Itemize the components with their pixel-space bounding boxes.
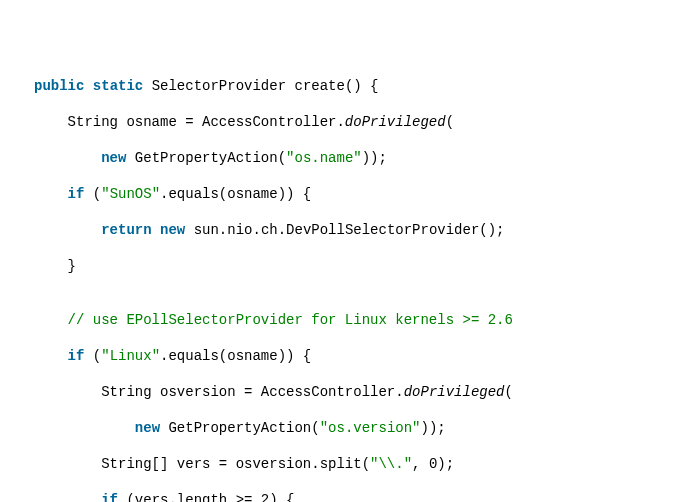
code-text: SelectorProvider create() { (143, 78, 378, 94)
code-text (34, 186, 68, 202)
property: length (177, 492, 227, 502)
code-text: >= 2) { (227, 492, 294, 502)
code-text (34, 312, 68, 328)
keyword: new (160, 222, 185, 238)
code-line: new GetPropertyAction("os.version")); (34, 419, 675, 437)
code-text (34, 492, 101, 502)
code-text: GetPropertyAction( (160, 420, 320, 436)
code-text: )); (362, 150, 387, 166)
code-text: sun.nio.ch.DevPollSelectorProvider(); (185, 222, 504, 238)
code-text: .equals(osname)) { (160, 186, 311, 202)
code-line: if ("SunOS".equals(osname)) { (34, 185, 675, 203)
keyword: new (101, 150, 126, 166)
comment: // use EPollSelectorProvider for Linux k… (68, 312, 513, 328)
code-text: String osname = AccessController. (34, 114, 345, 130)
code-text: String[] vers = osversion.split( (34, 456, 370, 472)
code-text (34, 150, 101, 166)
code-line: public static SelectorProvider create() … (34, 77, 675, 95)
code-text (34, 222, 101, 238)
code-line: String osversion = AccessController.doPr… (34, 383, 675, 401)
code-text: (vers. (118, 492, 177, 502)
string-literal: "\\." (370, 456, 412, 472)
code-text: ( (505, 384, 513, 400)
keyword: new (135, 420, 160, 436)
static-method: doPrivileged (404, 384, 505, 400)
code-text (34, 348, 68, 364)
string-literal: "Linux" (101, 348, 160, 364)
keyword: static (93, 78, 143, 94)
code-text: ( (84, 186, 101, 202)
code-text: } (34, 258, 76, 274)
code-line: if ("Linux".equals(osname)) { (34, 347, 675, 365)
code-text: )); (421, 420, 446, 436)
code-text (34, 420, 135, 436)
keyword: public (34, 78, 84, 94)
code-text: String osversion = AccessController. (34, 384, 404, 400)
code-line: // use EPollSelectorProvider for Linux k… (34, 311, 675, 329)
code-line: String[] vers = osversion.split("\\.", 0… (34, 455, 675, 473)
code-text: ( (84, 348, 101, 364)
static-method: doPrivileged (345, 114, 446, 130)
code-text: GetPropertyAction( (126, 150, 286, 166)
code-line: return new sun.nio.ch.DevPollSelectorPro… (34, 221, 675, 239)
string-literal: "os.version" (320, 420, 421, 436)
code-line: String osname = AccessController.doPrivi… (34, 113, 675, 131)
string-literal: "SunOS" (101, 186, 160, 202)
code-text: .equals(osname)) { (160, 348, 311, 364)
code-text: , 0); (412, 456, 454, 472)
code-line: new GetPropertyAction("os.name")); (34, 149, 675, 167)
keyword: if (68, 186, 85, 202)
code-line: if (vers.length >= 2) { (34, 491, 675, 502)
keyword: if (101, 492, 118, 502)
code-text: ( (446, 114, 454, 130)
keyword: if (68, 348, 85, 364)
keyword: return (101, 222, 151, 238)
string-literal: "os.name" (286, 150, 362, 166)
code-line: } (34, 257, 675, 275)
